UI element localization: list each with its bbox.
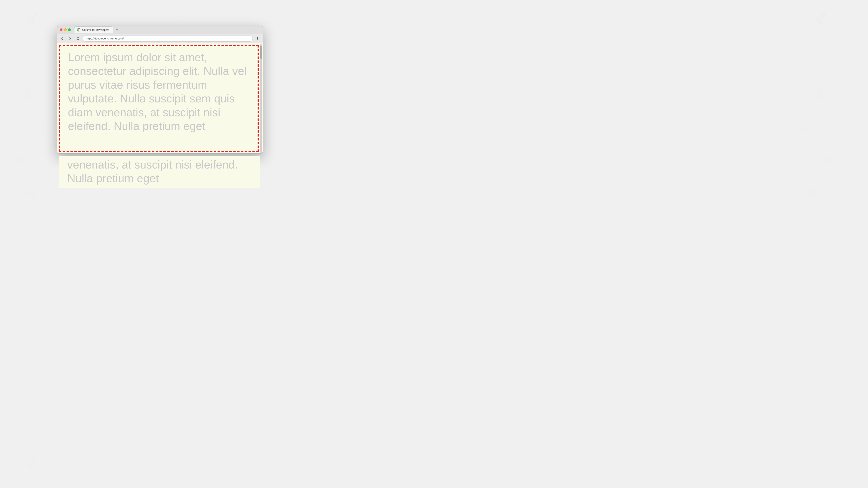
- svg-text:✏: ✏: [831, 123, 838, 132]
- svg-rect-36: [493, 18, 506, 26]
- svg-point-52: [833, 35, 850, 52]
- svg-rect-16: [37, 18, 50, 26]
- svg-text:HTML: HTML: [314, 21, 321, 24]
- svg-text:HTML: HTML: [268, 21, 275, 24]
- svg-rect-42: [629, 18, 642, 26]
- svg-text:📦: 📦: [825, 155, 834, 165]
- svg-rect-64: [128, 460, 141, 468]
- svg-text:🚀: 🚀: [814, 12, 827, 24]
- svg-point-58: [832, 188, 847, 203]
- chrome-favicon: [77, 28, 81, 32]
- svg-point-71: [257, 38, 258, 39]
- address-bar-row: https://developer.chrome.com/: [57, 34, 263, 43]
- svg-text:HTML: HTML: [86, 463, 93, 466]
- svg-text:HTML: HTML: [632, 21, 640, 24]
- browser-window: Chrome for Developers + https://develope…: [57, 26, 263, 154]
- svg-rect-38: [538, 18, 551, 26]
- svg-text:👤: 👤: [22, 89, 33, 100]
- menu-dots-icon: [256, 37, 259, 40]
- svg-text:🌐: 🌐: [838, 84, 844, 90]
- scrollbar-track[interactable]: [260, 44, 262, 153]
- svg-text:HTML: HTML: [86, 21, 93, 24]
- svg-rect-30: [356, 18, 369, 26]
- svg-text:HTML: HTML: [359, 21, 366, 24]
- page-content: Lorem ipsum dolor sit amet, consectetur …: [57, 43, 263, 154]
- svg-text:🔄: 🔄: [35, 123, 44, 132]
- tab-title: Chrome for Developers: [82, 28, 109, 31]
- svg-text:HTML: HTML: [131, 21, 138, 24]
- traffic-lights: [60, 28, 71, 31]
- svg-text:👥: 👥: [807, 188, 817, 197]
- svg-rect-28: [310, 18, 323, 26]
- svg-text:⚙: ⚙: [838, 40, 842, 46]
- lorem-ipsum-text: Lorem ipsum dolor sit amet, consectetur …: [64, 47, 256, 135]
- svg-text:HTML: HTML: [450, 21, 458, 24]
- svg-text:HTML: HTML: [131, 463, 138, 466]
- svg-text:HTML: HTML: [496, 21, 503, 24]
- browser-tab[interactable]: Chrome for Developers: [74, 27, 113, 33]
- close-button[interactable]: [60, 28, 62, 31]
- svg-text:HTML: HTML: [40, 21, 47, 24]
- back-icon: [61, 37, 64, 40]
- svg-point-70: [257, 37, 258, 38]
- svg-rect-32: [401, 18, 414, 26]
- svg-rect-44: [675, 18, 688, 26]
- svg-text:HTML: HTML: [587, 21, 594, 24]
- svg-text:HTML: HTML: [177, 21, 184, 24]
- svg-rect-22: [174, 18, 187, 26]
- refresh-button[interactable]: [75, 36, 81, 42]
- tab-bar: Chrome for Developers +: [74, 27, 260, 33]
- back-button[interactable]: [59, 36, 65, 42]
- svg-text:HTML: HTML: [405, 21, 412, 24]
- svg-text:👤: 👤: [814, 89, 825, 100]
- svg-rect-20: [128, 18, 141, 26]
- forward-icon: [68, 37, 72, 40]
- svg-text:HTML: HTML: [815, 21, 822, 24]
- url-text: https://developer.chrome.com/: [86, 37, 124, 40]
- address-bar[interactable]: https://developer.chrome.com/: [83, 36, 253, 42]
- svg-text:⚙: ⚙: [11, 58, 18, 67]
- svg-text:HTML: HTML: [724, 21, 731, 24]
- new-tab-button[interactable]: +: [114, 27, 120, 33]
- refresh-icon: [76, 37, 80, 40]
- svg-text:HTML: HTML: [222, 21, 229, 24]
- svg-text:⚙: ⚙: [65, 466, 72, 475]
- fullscreen-button[interactable]: [68, 28, 71, 31]
- title-bar: Chrome for Developers +: [57, 26, 263, 34]
- svg-text:🚀: 🚀: [26, 12, 39, 24]
- svg-rect-40: [584, 18, 597, 26]
- svg-point-72: [257, 39, 258, 40]
- forward-button[interactable]: [67, 36, 73, 42]
- svg-rect-48: [766, 18, 779, 26]
- svg-text:🌐: 🌐: [108, 461, 118, 470]
- svg-text:🔄: 🔄: [803, 123, 813, 132]
- svg-text:🌐: 🌐: [11, 220, 21, 230]
- svg-text:⚙: ⚙: [825, 58, 832, 67]
- svg-text:HTML: HTML: [792, 36, 814, 51]
- svg-rect-50: [812, 18, 825, 26]
- overflow-lorem-text: venenatis, at suscipit nisi eleifend. Nu…: [63, 158, 256, 186]
- svg-text:✏: ✏: [33, 253, 39, 262]
- scrollbar-thumb[interactable]: [260, 46, 262, 59]
- below-browser-text: venenatis, at suscipit nisi eleifend. Nu…: [59, 156, 260, 188]
- svg-rect-18: [83, 18, 95, 26]
- minimize-button[interactable]: [64, 28, 67, 31]
- svg-rect-24: [219, 18, 232, 26]
- viewport: Lorem ipsum dolor sit amet, consectetur …: [57, 43, 263, 154]
- svg-point-54: [834, 79, 849, 94]
- svg-text:👥: 👥: [26, 188, 36, 197]
- svg-point-69: [78, 30, 79, 30]
- svg-text:🚀: 🚀: [26, 459, 36, 468]
- svg-text:📦: 📦: [13, 155, 23, 165]
- browser-menu-button[interactable]: [254, 36, 260, 42]
- svg-text:HTML: HTML: [678, 21, 685, 24]
- svg-rect-46: [720, 18, 734, 26]
- svg-rect-34: [447, 18, 460, 26]
- svg-text:HTML: HTML: [769, 21, 776, 24]
- svg-point-57: [832, 155, 847, 170]
- svg-rect-26: [265, 18, 278, 26]
- svg-rect-62: [83, 460, 95, 468]
- svg-text:HTML: HTML: [541, 21, 549, 24]
